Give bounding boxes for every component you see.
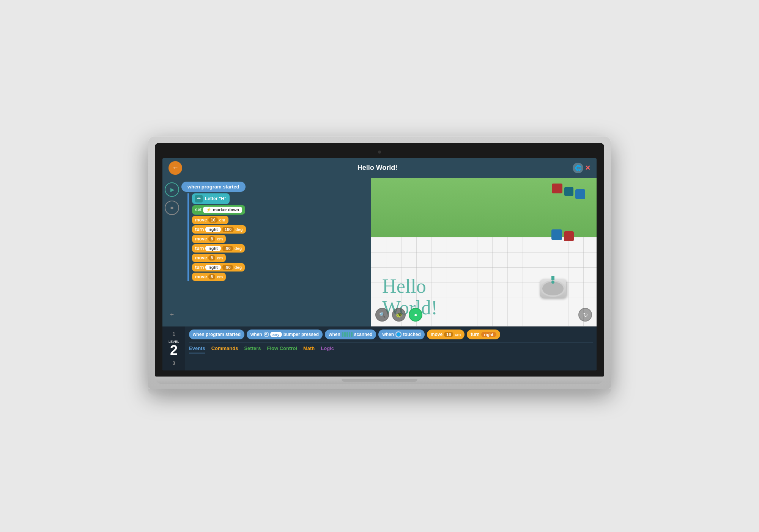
move-block-2[interactable]: move 8 cm	[192, 235, 226, 243]
move-block-4[interactable]: move 8 cm	[192, 273, 226, 281]
robot-svg	[540, 279, 566, 298]
move-block-3[interactable]: move 8 cm	[192, 254, 226, 262]
left-controls: +	[162, 178, 181, 326]
laptop-reflection	[148, 389, 611, 396]
palette-blocks: when program started when ⊕ any	[189, 330, 593, 339]
move-block-1[interactable]: move 16 cm	[192, 216, 228, 224]
turn-unit-1: deg	[235, 227, 243, 232]
level-sidebar: 1 LEVEL 2 3	[162, 326, 185, 370]
level-num-3: 3	[162, 360, 185, 366]
move-label-4: move	[195, 274, 207, 279]
camera	[378, 151, 381, 154]
turn-num-1[interactable]: 180	[222, 227, 234, 232]
screen-bezel: ← Hello World! 🌐 ✕	[155, 143, 604, 377]
palette-turn[interactable]: turn right	[467, 330, 500, 339]
level-current: 2	[162, 344, 185, 357]
palette-turn-label: turn	[471, 332, 479, 337]
move-label-1: move	[195, 217, 207, 223]
set-marker-block[interactable]: set ⚡ marker down	[192, 205, 245, 215]
palette-scanned-label: scanned	[354, 332, 373, 337]
robot	[540, 279, 566, 302]
level-item-2[interactable]: LEVEL 2	[162, 338, 185, 359]
when-started-block[interactable]: when program started	[181, 182, 246, 192]
laptop-base	[155, 377, 604, 384]
palette-when-started-label: when program started	[193, 332, 241, 337]
level-item-3[interactable]: 3	[162, 359, 185, 367]
letter-label: Letter "H"	[205, 196, 227, 201]
tab-events[interactable]: Events	[189, 345, 205, 353]
palette-move-num[interactable]: 16	[444, 332, 453, 337]
level-num-1: 1	[162, 331, 185, 337]
palette-touched-label: touched	[403, 332, 421, 337]
close-button[interactable]: 🌐 ✕	[573, 163, 591, 173]
palette-scanned[interactable]: when scanned	[325, 330, 376, 339]
stop-button[interactable]	[165, 201, 179, 215]
code-blocks-area: when program started ✏ Letter "H"	[181, 178, 371, 326]
turn-block-1[interactable]: turn right 180 deg	[192, 225, 246, 234]
main-content: + when program started ✏ Le	[162, 178, 597, 326]
palette-move-label: move	[431, 332, 442, 337]
zoom-ctrl-button[interactable]: 🔍	[375, 308, 389, 322]
back-button[interactable]: ←	[168, 161, 182, 175]
run-ctrl-button[interactable]: ●	[409, 308, 422, 322]
tab-math[interactable]: Math	[303, 345, 315, 353]
speed-ctrl-button[interactable]: 🐢	[392, 308, 406, 322]
play-button[interactable]	[165, 182, 179, 197]
turn-dir-1[interactable]: right	[205, 227, 220, 232]
scan-bars	[342, 332, 353, 337]
turn-dir-3[interactable]: right	[205, 265, 220, 270]
tab-commands[interactable]: Commands	[211, 345, 238, 353]
zoom-button[interactable]: +	[170, 311, 174, 322]
cube-teal	[564, 187, 573, 196]
turn-block-3[interactable]: turn right -90 deg	[192, 263, 245, 271]
turn-num-2[interactable]: -90	[222, 246, 233, 251]
palette-move[interactable]: move 16 cm	[427, 330, 465, 339]
marker-icon: ⚡	[206, 207, 211, 212]
block-palette: when program started when ⊕ any	[185, 326, 597, 370]
move-label-3: move	[195, 255, 207, 261]
cube-red-1	[552, 184, 562, 193]
level-item-1[interactable]: 1	[162, 330, 185, 338]
letter-icon: ✏	[195, 195, 203, 202]
globe-touch-icon: 🌐	[395, 331, 402, 337]
bumper-inner: ⊕ any	[264, 332, 282, 337]
cube-blue-2	[551, 229, 562, 240]
turn-label-3: turn	[195, 265, 204, 270]
move-label-2: move	[195, 236, 207, 242]
move-num-3[interactable]: 8	[208, 255, 215, 261]
palette-bumper[interactable]: when ⊕ any bumper pressed	[247, 330, 323, 339]
any-badge[interactable]: any	[270, 332, 282, 337]
letter-block[interactable]: ✏ Letter "H"	[192, 193, 230, 204]
move-num-4[interactable]: 8	[208, 274, 215, 279]
turn-block-2[interactable]: turn right -90 deg	[192, 244, 245, 253]
move-num-2[interactable]: 8	[208, 236, 215, 242]
palette-touched[interactable]: when 🌐 touched	[378, 330, 424, 339]
move-unit-2: cm	[217, 237, 223, 241]
tab-setters[interactable]: Setters	[244, 345, 261, 353]
move-num-1[interactable]: 16	[208, 217, 217, 223]
turn-num-3[interactable]: -90	[222, 265, 233, 270]
sim-view: HelloWorld!	[371, 178, 597, 326]
laptop-body: ← Hello World! 🌐 ✕	[148, 136, 611, 389]
simulation-panel: HelloWorld!	[371, 178, 597, 326]
bumper-circle-icon: ⊕	[264, 332, 269, 337]
palette-bumper-label: bumper pressed	[283, 332, 319, 337]
svg-point-1	[542, 282, 564, 295]
move-unit-3: cm	[217, 256, 223, 260]
scene-green-top	[371, 178, 597, 237]
x-icon: ✕	[585, 164, 591, 172]
laptop-notch	[342, 379, 417, 382]
scan-bar-5	[351, 332, 353, 337]
tab-logic[interactable]: Logic	[321, 345, 334, 353]
turn-dir-2[interactable]: right	[205, 246, 220, 251]
laptop-wrapper: ← Hello World! 🌐 ✕	[133, 136, 626, 396]
marker-tag: ⚡ marker down	[203, 207, 242, 213]
tab-flow-control[interactable]: Flow Control	[267, 345, 297, 353]
scan-bar-2	[344, 332, 346, 337]
turn-label-1: turn	[195, 227, 204, 232]
palette-when-scan-label: when	[329, 332, 340, 337]
palette-when-started[interactable]: when program started	[189, 330, 244, 339]
palette-right-badge[interactable]: right	[481, 332, 496, 337]
blocks-indent: ✏ Letter "H" set ⚡	[187, 193, 367, 281]
screen: ← Hello World! 🌐 ✕	[162, 158, 597, 370]
